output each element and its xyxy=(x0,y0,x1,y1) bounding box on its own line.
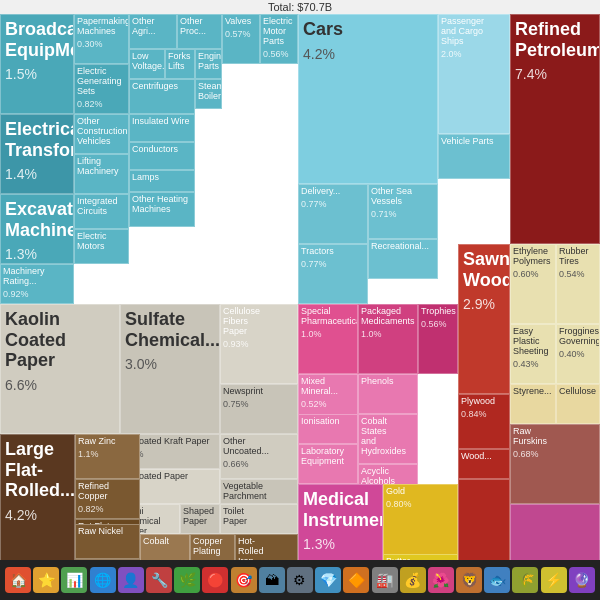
styrene[interactable]: Styrene... xyxy=(510,384,556,424)
sulfate-chemicals[interactable]: Sulfate Chemical...3.0% xyxy=(120,304,220,434)
icon-12[interactable]: 💎 xyxy=(315,567,341,593)
icon-17[interactable]: 🦁 xyxy=(456,567,482,593)
sawn-wood[interactable]: Sawn Wood2.9% xyxy=(458,244,510,394)
other-construction-vehicles[interactable]: Other Construction Vehicles xyxy=(74,114,129,154)
integrated-circuits[interactable]: Integrated Circuits xyxy=(74,194,129,229)
medical-instruments[interactable]: Medical Instruments1.3% xyxy=(298,484,383,560)
ethylene-polymers[interactable]: Ethylene Polymers0.60% xyxy=(510,244,556,324)
icon-7[interactable]: 🌿 xyxy=(174,567,200,593)
vegetable-parchment[interactable]: Vegetable Parchment0.57% xyxy=(220,479,298,504)
phenols[interactable]: Phenols xyxy=(358,374,418,414)
electric-motors[interactable]: Electric Motors xyxy=(74,229,129,264)
sawn-wood-small[interactable] xyxy=(458,479,510,560)
cobalt-label: Cobalt xyxy=(141,535,189,549)
tractors[interactable]: Tractors0.77% xyxy=(298,244,368,304)
cellulose[interactable]: Cellulose xyxy=(556,384,600,424)
other-heating-machines[interactable]: Other Heating Machines xyxy=(129,192,195,227)
steam-boilers[interactable]: Steam Boilers xyxy=(195,79,222,109)
laboratory-equipment[interactable]: Laboratory Equipment xyxy=(298,444,358,484)
icon-9[interactable]: 🎯 xyxy=(231,567,257,593)
icon-6[interactable]: 🔧 xyxy=(146,567,172,593)
icon-21[interactable]: 🔮 xyxy=(569,567,595,593)
other-processing-machines[interactable]: Other Proc... xyxy=(177,14,222,49)
electric-motor-parts[interactable]: Electric Motor Parts0.56% xyxy=(260,14,298,64)
special-pharmaceuticals[interactable]: Special Pharmaceuticals1.0% xyxy=(298,304,358,374)
broadcasting-equipment[interactable]: Broadcasting EquipMent1.5% xyxy=(0,14,74,114)
icon-18[interactable]: 🐟 xyxy=(484,567,510,593)
raw-furskins[interactable]: Raw Furskins0.68% xyxy=(510,424,600,504)
sulfate-chemicals-value: 3.0% xyxy=(121,354,219,374)
icon-8[interactable]: 🔴 xyxy=(202,567,228,593)
lifting-machinery[interactable]: Lifting Machinery xyxy=(74,154,129,194)
easy-plastic-sheeting[interactable]: Easy Plastic Sheeting0.43% xyxy=(510,324,556,384)
frogginess-governing[interactable]: Frogginess Governing0.40% xyxy=(556,324,600,384)
other-agricultural-machines-label: Other Agri... xyxy=(130,15,176,39)
raw-zinc[interactable]: Raw Zinc1.1% xyxy=(75,434,140,479)
other-uncoated[interactable]: Other Uncoated...0.66% xyxy=(220,434,298,479)
forks-lifts[interactable]: Forks Lifts xyxy=(165,49,195,79)
raw-zinc-label: Raw Zinc xyxy=(76,435,139,449)
gold[interactable]: Gold0.80% xyxy=(383,484,458,560)
icon-13[interactable]: 🔶 xyxy=(343,567,369,593)
icon-1[interactable]: 🏠 xyxy=(5,567,31,593)
engine-parts[interactable]: Engine Parts xyxy=(195,49,222,79)
refined-copper[interactable]: Refined Copper0.82% xyxy=(75,479,140,519)
raw-nickel[interactable]: Raw Nickel xyxy=(75,524,140,559)
wood[interactable]: Wood... xyxy=(458,449,510,479)
electrical-transformers[interactable]: Electrical Transformers1.4% xyxy=(0,114,74,194)
rubber-tires[interactable]: Rubber Tires0.54% xyxy=(556,244,600,324)
other-sea-vessels[interactable]: Other Sea Vessels0.71% xyxy=(368,184,438,239)
valves[interactable]: Valves0.57% xyxy=(222,14,260,64)
vehicle-parts[interactable]: Vehicle Parts xyxy=(438,134,510,179)
kaolin-coated-paper[interactable]: Kaolin Coated Paper6.6% xyxy=(0,304,120,434)
refined-petroleum[interactable]: Refined Petroleum7.4% xyxy=(510,14,600,244)
recreational-label: Recreational... xyxy=(369,240,437,254)
large-flat-rolled[interactable]: Large Flat- Rolled...4.2% xyxy=(0,434,75,560)
icon-20[interactable]: ⚡ xyxy=(541,567,567,593)
toilet-paper[interactable]: Toilet Paper xyxy=(220,504,298,534)
other-uncoated-value: 0.66% xyxy=(221,459,297,469)
copper-plating[interactable]: Copper Plating0.33% xyxy=(190,534,235,560)
low-voltage[interactable]: Low Voltage... xyxy=(129,49,165,79)
butter[interactable]: Butter xyxy=(383,554,458,560)
icon-11[interactable]: ⚙ xyxy=(287,567,313,593)
trophies[interactable]: Trophies0.56% xyxy=(418,304,458,374)
wood-label: Wood... xyxy=(459,450,509,464)
cobalt-states[interactable]: Cobalt States and Hydroxides xyxy=(358,414,418,464)
lamps[interactable]: Lamps xyxy=(129,170,195,192)
ionisation[interactable]: Ionisation xyxy=(298,414,358,444)
centrifuges[interactable]: Centrifuges xyxy=(129,79,195,114)
excavation-machinery[interactable]: Excavation Machinery1.3% xyxy=(0,194,74,264)
newsprint-label: Newsprint xyxy=(221,385,297,399)
icon-5[interactable]: 👤 xyxy=(118,567,144,593)
icon-2[interactable]: ⭐ xyxy=(33,567,59,593)
newsprint[interactable]: Newsprint0.75% xyxy=(220,384,298,434)
passenger-cargo-ships[interactable]: Passenger and Cargo Ships2.0% xyxy=(438,14,510,134)
electric-generating-sets[interactable]: Electric Generating Sets0.82% xyxy=(74,64,129,114)
machinery-rating[interactable]: Machinery Rating...0.92% xyxy=(0,264,74,304)
papermaking-machines[interactable]: Papermaking Machines0.30% xyxy=(74,14,129,64)
icon-16[interactable]: 🌺 xyxy=(428,567,454,593)
icon-10[interactable]: 🏔 xyxy=(259,567,285,593)
medical-instruments-label: Medical Instruments xyxy=(299,485,382,534)
small-cells-br[interactable] xyxy=(510,504,600,560)
lifting-machinery-label: Lifting Machinery xyxy=(75,155,128,179)
cobalt[interactable]: Cobalt xyxy=(140,534,190,560)
icon-4[interactable]: 🌐 xyxy=(90,567,116,593)
hot-rolled-iron[interactable]: Hot- Rolled Iron0.33% xyxy=(235,534,298,560)
cars[interactable]: Cars4.2% xyxy=(298,14,438,184)
icon-19[interactable]: 🌾 xyxy=(512,567,538,593)
icon-15[interactable]: 💰 xyxy=(400,567,426,593)
shaped-paper[interactable]: Shaped Paper xyxy=(180,504,220,534)
packaged-medicaments[interactable]: Packaged Medicaments1.0% xyxy=(358,304,418,374)
ferroalloys[interactable]: Ferroalloys xyxy=(75,559,140,560)
insulated-wire[interactable]: Insulated Wire xyxy=(129,114,195,142)
cellulose-fibers-paper[interactable]: Cellulose Fibers Paper0.93% xyxy=(220,304,298,384)
delivery[interactable]: Delivery...0.77% xyxy=(298,184,368,244)
icon-3[interactable]: 📊 xyxy=(61,567,87,593)
other-agricultural-machines[interactable]: Other Agri... xyxy=(129,14,177,49)
icon-14[interactable]: 🏭 xyxy=(372,567,398,593)
plywood[interactable]: Plywood0.84% xyxy=(458,394,510,449)
recreational[interactable]: Recreational... xyxy=(368,239,438,279)
conductors[interactable]: Conductors xyxy=(129,142,195,170)
